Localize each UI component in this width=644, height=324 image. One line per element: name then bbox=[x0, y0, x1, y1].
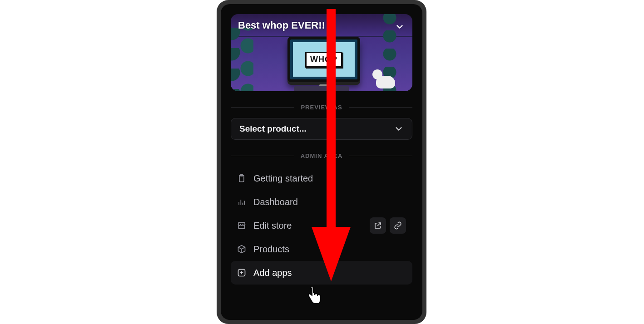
nav-item-add-apps[interactable]: Add apps bbox=[231, 261, 412, 285]
cube-icon bbox=[237, 245, 246, 254]
preview-section-label: PREVIEW AS bbox=[301, 104, 342, 111]
product-select-placeholder: Select product... bbox=[239, 124, 307, 134]
sidebar-panel: WHOP Best whop EVER!! PREVIEW AS Select … bbox=[221, 4, 422, 320]
nav-item-getting-started[interactable]: Getting started bbox=[231, 167, 412, 190]
chevron-down-icon bbox=[394, 124, 404, 134]
preview-section-header: PREVIEW AS bbox=[231, 104, 412, 111]
store-icon bbox=[237, 221, 246, 230]
brand-logo-text: WHOP bbox=[305, 52, 342, 68]
link-icon bbox=[394, 221, 402, 230]
external-link-icon bbox=[374, 221, 382, 230]
nav-item-products[interactable]: Products bbox=[231, 237, 412, 261]
bar-chart-icon bbox=[237, 197, 246, 206]
nav-label: Products bbox=[253, 244, 406, 255]
admin-nav: Getting started Dashboard Edit store bbox=[231, 167, 412, 285]
product-select[interactable]: Select product... bbox=[231, 118, 412, 140]
admin-section-header: ADMIN AREA bbox=[231, 152, 412, 159]
open-external-button[interactable] bbox=[370, 217, 386, 234]
plus-square-icon bbox=[237, 268, 246, 277]
workspace-switcher-chevron[interactable] bbox=[393, 20, 406, 33]
nav-label: Dashboard bbox=[253, 197, 406, 207]
nav-item-edit-store[interactable]: Edit store bbox=[231, 214, 412, 237]
workspace-title: Best whop EVER!! bbox=[238, 20, 325, 31]
clipboard-icon bbox=[237, 174, 246, 183]
nav-label: Getting started bbox=[253, 173, 406, 184]
nav-label: Edit store bbox=[253, 221, 362, 231]
copy-link-button[interactable] bbox=[390, 217, 406, 234]
chevron-down-icon bbox=[395, 22, 405, 32]
admin-section-label: ADMIN AREA bbox=[301, 152, 343, 159]
nav-label: Add apps bbox=[253, 268, 406, 278]
nav-item-dashboard[interactable]: Dashboard bbox=[231, 190, 412, 214]
sidebar-panel-outer: WHOP Best whop EVER!! PREVIEW AS Select … bbox=[217, 0, 426, 324]
workspace-hero-card[interactable]: WHOP Best whop EVER!! bbox=[231, 14, 412, 91]
